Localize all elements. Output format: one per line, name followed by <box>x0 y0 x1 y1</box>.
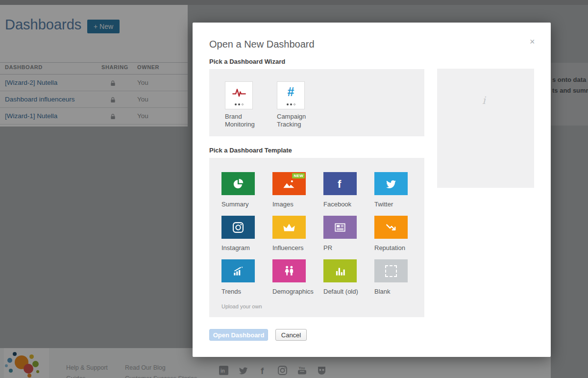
tile-label: PR <box>323 244 372 252</box>
svg-text:f: f <box>338 178 342 190</box>
wizard-campaign-tracking[interactable]: # <box>277 81 305 109</box>
newspaper-icon <box>334 222 346 233</box>
application-window: s onto data th ts and summa Dashboards +… <box>0 0 588 378</box>
template-tile-trends[interactable] <box>221 259 255 282</box>
tile-label: Default (old) <box>323 288 372 295</box>
tile-label: Facebook <box>323 201 372 208</box>
tile-label: Demographics <box>272 288 321 295</box>
people-icon <box>283 265 295 277</box>
bar-chart-icon <box>334 265 346 277</box>
pulse-icon <box>232 86 246 99</box>
close-icon[interactable]: × <box>530 37 535 46</box>
photo-icon <box>282 178 296 190</box>
new-badge: NEW <box>292 173 305 178</box>
pie-chart-icon <box>232 177 245 190</box>
open-new-dashboard-dialog: × Open a New Dashboard Pick a Dashboard … <box>193 23 551 357</box>
info-preview-panel: i <box>437 69 534 188</box>
facebook-icon: f <box>334 177 346 190</box>
tile-label: Trends <box>221 288 270 295</box>
open-dashboard-button[interactable]: Open Dashboard <box>209 329 268 341</box>
template-tile-blank[interactable] <box>374 259 408 282</box>
wizard-steps-dots <box>225 103 252 105</box>
template-tile-facebook[interactable]: f <box>323 172 357 195</box>
twitter-icon <box>385 178 397 190</box>
tile-label: Blank <box>374 288 423 295</box>
crown-icon <box>282 222 296 233</box>
template-tile-reputation[interactable] <box>374 216 408 239</box>
template-tile-default-old[interactable] <box>323 259 357 282</box>
tile-label: Instagram <box>221 244 270 252</box>
template-panel: NEW f Summary Images Facebook Twitter <box>209 158 424 317</box>
decline-arrow-icon <box>385 221 397 234</box>
template-tile-demographics[interactable] <box>272 259 306 282</box>
wizard-label: Campaign Tracking <box>277 113 316 128</box>
template-tile-pr[interactable] <box>323 216 357 239</box>
wizard-steps-dots <box>277 103 304 105</box>
template-tile-instagram[interactable] <box>221 216 255 239</box>
upload-your-own-link[interactable]: Upload your own <box>221 303 262 309</box>
tile-label: Influencers <box>272 244 321 252</box>
trend-up-icon <box>232 265 245 277</box>
dashed-square-icon <box>385 265 397 277</box>
wizard-panel: # Brand Monitoring Campaign Tracking <box>209 69 424 136</box>
template-tile-summary[interactable] <box>221 172 255 195</box>
wizard-section-label: Pick a Dashboard Wizard <box>209 58 285 65</box>
tile-label: Reputation <box>374 244 423 252</box>
dialog-title: Open a New Dashboard <box>209 39 315 50</box>
cancel-button[interactable]: Cancel <box>275 329 307 341</box>
tile-label: Twitter <box>374 201 423 208</box>
tile-label: Images <box>272 201 321 208</box>
instagram-icon <box>232 221 245 234</box>
template-tile-images[interactable]: NEW <box>272 172 306 195</box>
wizard-label: Brand Monitoring <box>225 113 264 128</box>
template-tile-twitter[interactable] <box>374 172 408 195</box>
wizard-brand-monitoring[interactable] <box>225 81 253 109</box>
info-icon: i <box>482 95 486 106</box>
tile-label: Summary <box>221 201 270 208</box>
hash-icon: # <box>288 85 294 99</box>
template-section-label: Pick a Dashboard Template <box>209 147 292 154</box>
template-tile-influencers[interactable] <box>272 216 306 239</box>
